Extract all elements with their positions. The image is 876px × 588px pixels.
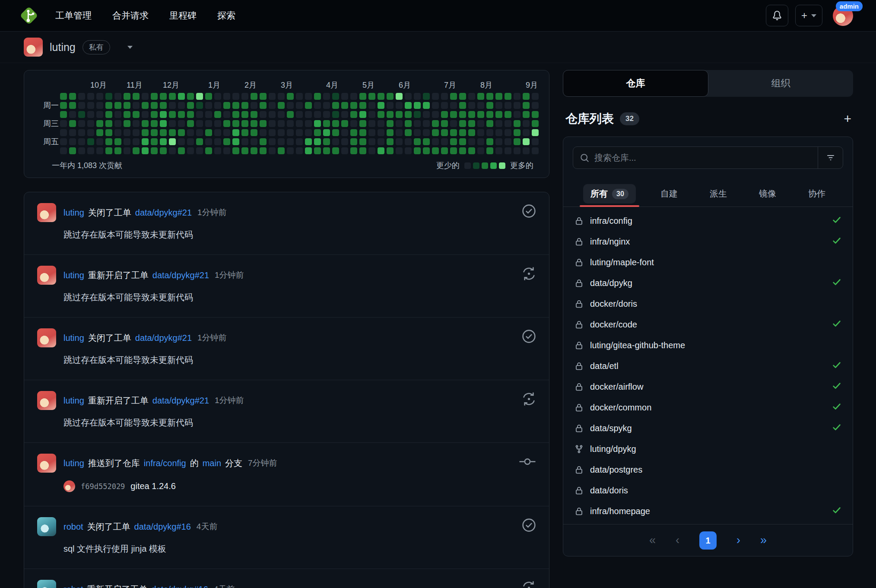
heatmap-cell[interactable] xyxy=(396,93,403,100)
heatmap-cell[interactable] xyxy=(396,147,403,154)
heatmap-cell[interactable] xyxy=(532,111,539,118)
heatmap-cell[interactable] xyxy=(332,147,339,154)
heatmap-cell[interactable] xyxy=(532,102,539,109)
heatmap-cell[interactable] xyxy=(368,111,375,118)
heatmap-cell[interactable] xyxy=(214,102,221,109)
heatmap-cell[interactable] xyxy=(359,147,366,154)
heatmap-cell[interactable] xyxy=(459,120,466,127)
heatmap-cell[interactable] xyxy=(69,129,76,136)
heatmap-cell[interactable] xyxy=(423,138,430,145)
heatmap-cell[interactable] xyxy=(160,129,167,136)
heatmap-cell[interactable] xyxy=(514,147,521,154)
heatmap-cell[interactable] xyxy=(396,120,403,127)
heatmap-cell[interactable] xyxy=(278,102,285,109)
heatmap-cell[interactable] xyxy=(114,102,121,109)
heatmap-cell[interactable] xyxy=(96,93,103,100)
heatmap-cell[interactable] xyxy=(341,111,348,118)
heatmap-cell[interactable] xyxy=(196,102,203,109)
nav-item-issues[interactable]: 工单管理 xyxy=(55,10,92,22)
heatmap-cell[interactable] xyxy=(133,147,140,154)
heatmap-cell[interactable] xyxy=(514,129,521,136)
heatmap-cell[interactable] xyxy=(505,111,511,118)
pagination-first-button[interactable]: « xyxy=(649,534,656,546)
heatmap-cell[interactable] xyxy=(87,147,94,154)
heatmap-cell[interactable] xyxy=(514,120,521,127)
heatmap-cell[interactable] xyxy=(78,93,85,100)
heatmap-cell[interactable] xyxy=(160,111,167,118)
heatmap-cell[interactable] xyxy=(251,93,257,100)
heatmap-cell[interactable] xyxy=(350,93,357,100)
heatmap-cell[interactable] xyxy=(441,93,448,100)
heatmap-cell[interactable] xyxy=(396,102,403,109)
heatmap-cell[interactable] xyxy=(96,102,103,109)
heatmap-cell[interactable] xyxy=(78,147,85,154)
heatmap-cell[interactable] xyxy=(151,138,158,145)
heatmap-cell[interactable] xyxy=(459,93,466,100)
heatmap-cell[interactable] xyxy=(114,120,121,127)
heatmap-cell[interactable] xyxy=(414,111,421,118)
repo-list-item[interactable]: data/etl xyxy=(574,356,841,376)
heatmap-cell[interactable] xyxy=(514,93,521,100)
heatmap-cell[interactable] xyxy=(414,147,421,154)
heatmap-cell[interactable] xyxy=(142,147,149,154)
heatmap-cell[interactable] xyxy=(468,129,475,136)
heatmap-cell[interactable] xyxy=(260,93,267,100)
heatmap-cell[interactable] xyxy=(532,147,539,154)
repo-list-item[interactable]: docker/doris xyxy=(574,293,841,314)
heatmap-cell[interactable] xyxy=(251,102,257,109)
heatmap-cell[interactable] xyxy=(151,102,158,109)
heatmap-cell[interactable] xyxy=(477,147,484,154)
pagination-next-button[interactable]: › xyxy=(736,534,740,546)
create-new-button[interactable]: + xyxy=(795,5,822,26)
heatmap-cell[interactable] xyxy=(505,129,511,136)
heatmap-cell[interactable] xyxy=(314,111,321,118)
heatmap-cell[interactable] xyxy=(124,120,130,127)
heatmap-cell[interactable] xyxy=(523,111,530,118)
heatmap-cell[interactable] xyxy=(368,93,375,100)
heatmap-cell[interactable] xyxy=(350,102,357,109)
heatmap-cell[interactable] xyxy=(468,111,475,118)
heatmap-cell[interactable] xyxy=(296,138,303,145)
heatmap-cell[interactable] xyxy=(505,93,511,100)
heatmap-cell[interactable] xyxy=(87,111,94,118)
heatmap-cell[interactable] xyxy=(241,129,248,136)
feed-link[interactable]: robot xyxy=(63,522,83,532)
repo-filter-协作[interactable]: 协作 xyxy=(800,181,834,207)
feed-link[interactable]: luting xyxy=(63,270,84,280)
heatmap-cell[interactable] xyxy=(142,111,149,118)
feed-link[interactable]: data/dpykg#21 xyxy=(135,208,192,218)
heatmap-cell[interactable] xyxy=(87,102,94,109)
heatmap-cell[interactable] xyxy=(260,147,267,154)
heatmap-cell[interactable] xyxy=(523,102,530,109)
heatmap-cell[interactable] xyxy=(69,111,76,118)
user-name[interactable]: luting xyxy=(50,41,76,54)
heatmap-cell[interactable] xyxy=(269,138,276,145)
heatmap-cell[interactable] xyxy=(314,93,321,100)
heatmap-cell[interactable] xyxy=(432,120,439,127)
heatmap-cell[interactable] xyxy=(350,129,357,136)
heatmap-cell[interactable] xyxy=(169,111,176,118)
heatmap-cell[interactable] xyxy=(477,138,484,145)
heatmap-cell[interactable] xyxy=(142,138,149,145)
heatmap-cell[interactable] xyxy=(69,93,76,100)
heatmap-cell[interactable] xyxy=(169,120,176,127)
heatmap-cell[interactable] xyxy=(142,93,149,100)
heatmap-cell[interactable] xyxy=(441,129,448,136)
repo-list-item[interactable]: data/doris xyxy=(574,480,841,501)
heatmap-cell[interactable] xyxy=(287,93,294,100)
heatmap-cell[interactable] xyxy=(269,93,276,100)
repo-search-input[interactable] xyxy=(594,153,811,163)
heatmap-cell[interactable] xyxy=(223,147,230,154)
heatmap-cell[interactable] xyxy=(187,93,194,100)
heatmap-cell[interactable] xyxy=(486,111,493,118)
heatmap-cell[interactable] xyxy=(396,111,403,118)
heatmap-cell[interactable] xyxy=(341,93,348,100)
notifications-button[interactable] xyxy=(766,5,788,26)
heatmap-cell[interactable] xyxy=(178,120,185,127)
heatmap-cell[interactable] xyxy=(432,129,439,136)
repo-list-item[interactable]: infra/homepage xyxy=(574,501,841,521)
heatmap-cell[interactable] xyxy=(187,138,194,145)
heatmap-cell[interactable] xyxy=(169,129,176,136)
heatmap-cell[interactable] xyxy=(269,111,276,118)
heatmap-cell[interactable] xyxy=(260,129,267,136)
